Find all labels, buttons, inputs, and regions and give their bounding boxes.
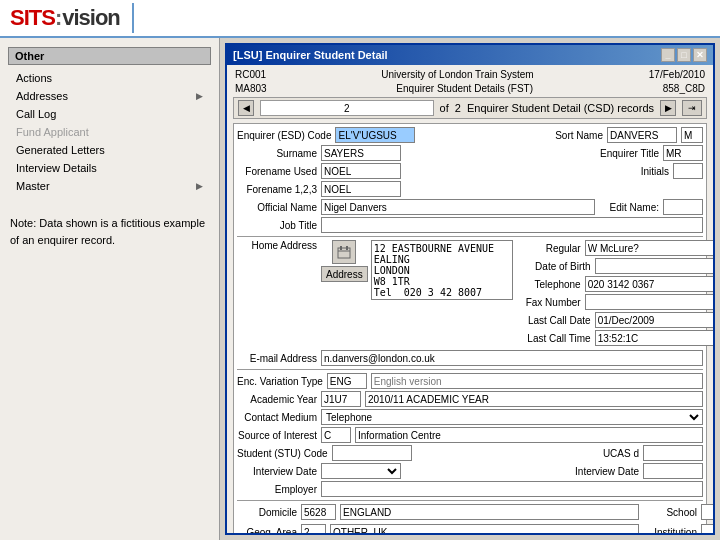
interview-date-input[interactable] xyxy=(643,463,703,479)
source-label: Source of Interest xyxy=(237,430,317,441)
institution2-input[interactable] xyxy=(701,524,713,533)
school-label: School xyxy=(647,507,697,518)
ucas-input[interactable] xyxy=(643,445,703,461)
sidebar-item-addresses-label: Addresses xyxy=(16,90,68,102)
telephone-label: Telephone xyxy=(521,279,581,290)
contact-medium-label: Contact Medium xyxy=(237,412,317,423)
academic-year-input[interactable] xyxy=(321,391,361,407)
academic-year-desc-input[interactable] xyxy=(365,391,703,407)
chevron-right-icon-master: ▶ xyxy=(196,181,203,191)
school-row: School xyxy=(647,504,713,520)
official-name-label: Official Name xyxy=(237,202,317,213)
sidebar-item-master[interactable]: Master ▶ xyxy=(0,177,219,195)
bottom-grid: Domicile School Geog. Area xyxy=(237,504,703,533)
svg-rect-1 xyxy=(340,246,342,250)
fax-input[interactable] xyxy=(585,294,713,310)
divider-2 xyxy=(237,369,703,370)
job-title-input[interactable] xyxy=(321,217,703,233)
domicile-row: Domicile xyxy=(237,504,639,520)
last-call-date-input[interactable] xyxy=(595,312,713,328)
dob-input[interactable] xyxy=(595,258,713,274)
edit-name-input[interactable] xyxy=(663,199,703,215)
geo-area-input[interactable] xyxy=(301,524,326,533)
sidebar-item-generated-letters[interactable]: Generated Letters xyxy=(0,141,219,159)
regular-input[interactable] xyxy=(585,240,713,256)
enquirer-title-label: Enquirer Title xyxy=(589,148,659,159)
sidebar-other-header: Other xyxy=(8,47,211,65)
address-textarea[interactable]: 12 EASTBOURNE AVENUE EALING LONDON W8 1T… xyxy=(371,240,513,300)
last-call-time-input[interactable] xyxy=(595,330,713,346)
address-button[interactable]: Address xyxy=(321,266,368,282)
source-code-input[interactable] xyxy=(321,427,351,443)
main-content: Other Actions Addresses ▶ Call Log Fund … xyxy=(0,38,720,540)
contact-medium-select[interactable]: Telephone xyxy=(321,409,703,425)
telephone-input[interactable] xyxy=(585,276,713,292)
enc-variation-input[interactable] xyxy=(327,373,367,389)
enquirer-title-input[interactable] xyxy=(663,145,703,161)
nav-current-input[interactable] xyxy=(260,100,434,116)
sidebar-item-call-log-label: Call Log xyxy=(16,108,56,120)
sidebar-item-addresses[interactable]: Addresses ▶ xyxy=(0,87,219,105)
forename123-input[interactable] xyxy=(321,181,401,197)
enquirer-code-row: Enquirer (ESD) Code Sort Name xyxy=(237,127,703,143)
sidebar: Other Actions Addresses ▶ Call Log Fund … xyxy=(0,38,220,540)
sort-name-extra[interactable] xyxy=(681,127,703,143)
school-input[interactable] xyxy=(701,504,713,520)
sidebar-item-call-log[interactable]: Call Log xyxy=(0,105,219,123)
sidebar-item-interview-details[interactable]: Interview Details xyxy=(0,159,219,177)
institution-input[interactable] xyxy=(330,524,639,533)
sidebar-item-fund-applicant[interactable]: Fund Applicant xyxy=(0,123,219,141)
screen-id: 858_C8D xyxy=(663,83,705,94)
domicile-desc-input[interactable] xyxy=(340,504,639,520)
regular-row: Regular xyxy=(521,240,713,256)
nav-prev-button[interactable]: ◀ xyxy=(238,100,254,116)
sidebar-item-actions[interactable]: Actions xyxy=(0,69,219,87)
address-section: Home Address Address 12 EASTBOURNE AVENU… xyxy=(237,240,703,348)
enquirer-code-input[interactable] xyxy=(335,127,415,143)
sidebar-item-master-label: Master xyxy=(16,180,50,192)
logo-sits: SITS xyxy=(10,5,55,31)
source-desc-input[interactable] xyxy=(355,427,703,443)
home-address-label: Home Address xyxy=(237,240,317,251)
initials-input[interactable] xyxy=(673,163,703,179)
system-name: University of London Train System xyxy=(381,69,533,80)
official-name-input[interactable] xyxy=(321,199,595,215)
academic-year-row: Academic Year xyxy=(237,391,703,407)
email-input[interactable] xyxy=(321,350,703,366)
fax-row: Fax Number xyxy=(521,294,713,310)
sort-name-label: Sort Name xyxy=(543,130,603,141)
logo: SITS:vision xyxy=(10,5,120,31)
email-label: E-mail Address xyxy=(237,353,317,364)
english-version-input[interactable] xyxy=(371,373,703,389)
surname-input[interactable] xyxy=(321,145,401,161)
close-button[interactable]: ✕ xyxy=(693,48,707,62)
dialog-body: RC001 University of London Train System … xyxy=(227,65,713,533)
student-stu-input[interactable] xyxy=(332,445,412,461)
enc-variation-label: Enc. Variation Type xyxy=(237,376,323,387)
domicile-code-input[interactable] xyxy=(301,504,336,520)
surname-row: Surname Enquirer Title xyxy=(237,145,703,161)
nav-next-button[interactable]: ▶ xyxy=(660,100,676,116)
nav-total: 2 xyxy=(455,102,461,114)
maximize-button[interactable]: □ xyxy=(677,48,691,62)
forename-used-row: Forename Used Initials xyxy=(237,163,703,179)
titlebar-buttons: _ □ ✕ xyxy=(661,48,707,62)
main-form: Enquirer (ESD) Code Sort Name Surname En… xyxy=(233,123,707,533)
interview-date-right-label: Interview Date xyxy=(569,466,639,477)
forename-used-input[interactable] xyxy=(321,163,401,179)
forename123-label: Forename 1,2,3 xyxy=(237,184,317,195)
enquirer-code-label: Enquirer (ESD) Code xyxy=(237,130,331,141)
email-row: E-mail Address xyxy=(237,350,703,366)
sort-name-input[interactable] xyxy=(607,127,677,143)
enc-variation-row: Enc. Variation Type xyxy=(237,373,703,389)
logo-colon: : xyxy=(55,5,62,31)
sidebar-item-interview-details-label: Interview Details xyxy=(16,162,97,174)
info-bar-2: MA803 Enquirer Student Details (FST) 858… xyxy=(233,83,707,94)
interview-date-select[interactable] xyxy=(321,463,401,479)
employer-input[interactable] xyxy=(321,481,703,497)
forename-used-label: Forename Used xyxy=(237,166,317,177)
address-icon-button[interactable] xyxy=(332,240,356,264)
nav-bar: ◀ of 2 Enquirer Student Detail (CSD) rec… xyxy=(233,97,707,119)
nav-jump-button[interactable]: ⇥ xyxy=(682,100,702,116)
minimize-button[interactable]: _ xyxy=(661,48,675,62)
